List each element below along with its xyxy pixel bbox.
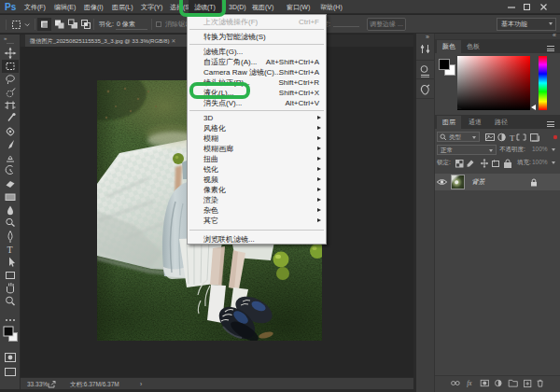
svg-text:fx: fx	[467, 380, 472, 387]
svg-text:»: »	[426, 34, 429, 40]
svg-text:»: »	[4, 35, 7, 41]
svg-text:T: T	[510, 133, 515, 143]
svg-text:T: T	[7, 245, 13, 255]
